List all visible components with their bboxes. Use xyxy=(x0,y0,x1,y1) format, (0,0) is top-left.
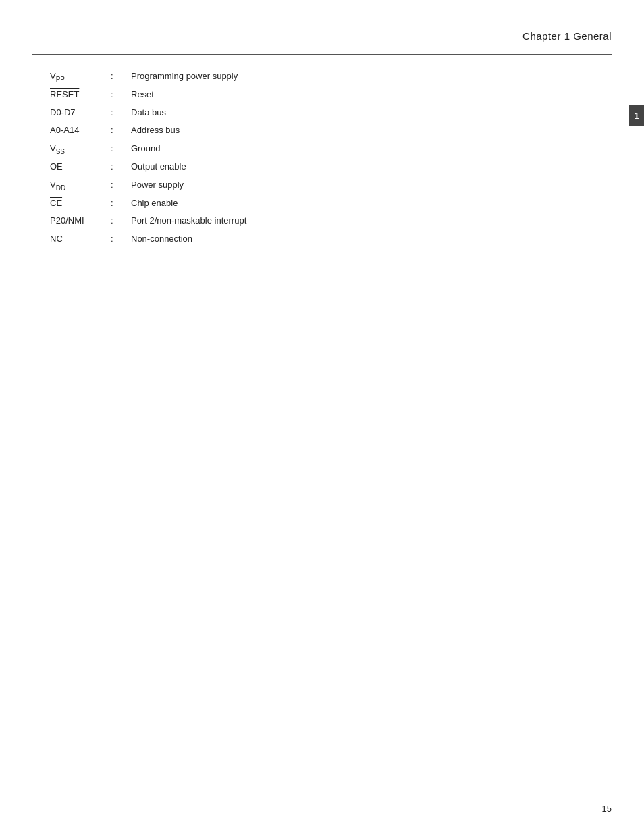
definitions-table: VPP:Programming power supplyRESET:ResetD… xyxy=(47,68,590,249)
page-number: 15 xyxy=(602,804,612,814)
table-row: OE:Output enable xyxy=(47,158,590,176)
colon-cell: : xyxy=(108,194,128,213)
term-cell: CE xyxy=(47,194,108,213)
table-row: CE:Chip enable xyxy=(47,194,590,213)
colon-cell: : xyxy=(108,104,128,122)
page-header: Chapter 1 General xyxy=(0,30,644,42)
content-area: VPP:Programming power supplyRESET:ResetD… xyxy=(47,68,590,249)
chapter-title: Chapter 1 General xyxy=(522,30,612,42)
term-cell: VDD xyxy=(47,176,108,194)
description-cell: Ground xyxy=(128,140,590,158)
description-cell: Output enable xyxy=(128,158,590,176)
term-cell: D0-D7 xyxy=(47,104,108,122)
term-cell: A0-A14 xyxy=(47,122,108,140)
description-cell: Programming power supply xyxy=(128,68,590,86)
description-cell: Chip enable xyxy=(128,194,590,213)
description-cell: Reset xyxy=(128,86,590,104)
page-container: Chapter 1 General 1 VPP:Programming powe… xyxy=(0,0,644,834)
term-cell: OE xyxy=(47,158,108,176)
term-cell: VSS xyxy=(47,140,108,158)
colon-cell: : xyxy=(108,230,128,249)
table-row: P20/NMI:Port 2/non-maskable interrupt xyxy=(47,212,590,230)
colon-cell: : xyxy=(108,176,128,194)
chapter-tab-number: 1 xyxy=(634,111,639,121)
table-row: NC:Non-connection xyxy=(47,230,590,249)
table-row: VSS:Ground xyxy=(47,140,590,158)
table-row: D0-D7:Data bus xyxy=(47,104,590,122)
table-row: VPP:Programming power supply xyxy=(47,68,590,86)
description-cell: Power supply xyxy=(128,176,590,194)
term-cell: P20/NMI xyxy=(47,212,108,230)
table-row: RESET:Reset xyxy=(47,86,590,104)
description-cell: Address bus xyxy=(128,122,590,140)
colon-cell: : xyxy=(108,140,128,158)
colon-cell: : xyxy=(108,122,128,140)
term-cell: NC xyxy=(47,230,108,249)
term-cell: RESET xyxy=(47,86,108,104)
description-cell: Port 2/non-maskable interrupt xyxy=(128,212,590,230)
colon-cell: : xyxy=(108,68,128,86)
description-cell: Data bus xyxy=(128,104,590,122)
table-row: VDD:Power supply xyxy=(47,176,590,194)
term-cell: VPP xyxy=(47,68,108,86)
colon-cell: : xyxy=(108,158,128,176)
colon-cell: : xyxy=(108,86,128,104)
description-cell: Non-connection xyxy=(128,230,590,249)
colon-cell: : xyxy=(108,212,128,230)
chapter-tab: 1 xyxy=(629,105,644,126)
table-row: A0-A14:Address bus xyxy=(47,122,590,140)
header-rule xyxy=(32,54,612,55)
